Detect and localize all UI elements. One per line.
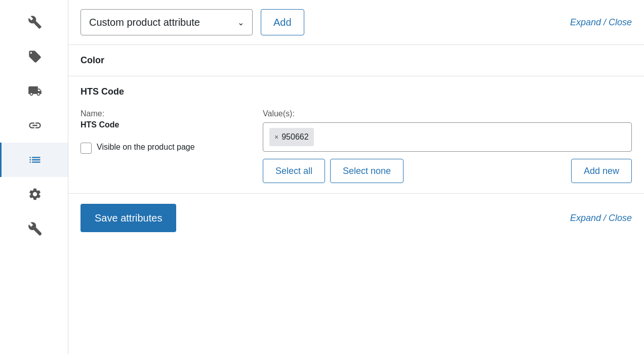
color-section: Color — [68, 45, 644, 76]
truck-icon — [28, 84, 42, 98]
values-label: Value(s): — [263, 109, 632, 118]
tools-icon — [28, 222, 42, 236]
sidebar-item-link[interactable] — [0, 108, 68, 143]
select-none-button[interactable]: Select none — [330, 159, 404, 183]
select-all-button[interactable]: Select all — [263, 159, 325, 183]
sidebar-item-wrench[interactable] — [0, 5, 68, 39]
sidebar-item-tags[interactable] — [0, 39, 68, 74]
hts-section-title: HTS Code — [80, 86, 632, 97]
visible-checkbox[interactable] — [80, 143, 92, 154]
tags-icon — [28, 50, 42, 64]
gear-icon — [28, 187, 42, 201]
add-button[interactable]: Add — [261, 9, 304, 35]
value-tag: × 950662 — [269, 128, 314, 146]
color-section-title: Color — [80, 55, 632, 66]
sidebar-item-list[interactable] — [0, 143, 68, 177]
hts-left: Name: HTS Code Visible on the product pa… — [80, 109, 243, 154]
link-icon — [28, 118, 42, 132]
sidebar-item-truck[interactable] — [0, 74, 68, 108]
sidebar-item-gear[interactable] — [0, 177, 68, 211]
sidebar-item-tools[interactable] — [0, 211, 68, 246]
chevron-down-icon: ⌄ — [237, 18, 244, 27]
add-new-button[interactable]: Add new — [571, 159, 632, 183]
hts-section: HTS Code Name: HTS Code Visible on the p… — [68, 76, 644, 194]
visible-label: Visible on the product page — [97, 142, 195, 153]
name-label: Name: — [80, 109, 243, 118]
footer-row: Save attributes Expand / Close — [68, 194, 644, 242]
main-content: Custom product attribute ⌄ Add Expand / … — [68, 0, 644, 354]
name-value: HTS Code — [80, 120, 243, 129]
tag-value: 950662 — [281, 132, 308, 142]
tag-remove-icon[interactable]: × — [274, 133, 278, 141]
checkbox-row: Visible on the product page — [80, 142, 243, 154]
save-attributes-button[interactable]: Save attributes — [80, 204, 176, 232]
values-actions: Select all Select none Add new — [263, 159, 632, 183]
expand-close-footer-link[interactable]: Expand / Close — [570, 213, 632, 224]
attribute-select[interactable]: Custom product attribute ⌄ — [80, 9, 253, 35]
values-input-area[interactable]: × 950662 — [263, 122, 632, 152]
header-row: Custom product attribute ⌄ Add Expand / … — [68, 0, 644, 45]
list-icon — [28, 153, 42, 167]
wrench-icon — [28, 15, 42, 29]
hts-content: Name: HTS Code Visible on the product pa… — [80, 109, 632, 183]
expand-close-link[interactable]: Expand / Close — [570, 17, 632, 28]
sidebar — [0, 0, 68, 354]
attribute-select-label: Custom product attribute — [89, 17, 231, 28]
hts-right: Value(s): × 950662 Select all Select non… — [263, 109, 632, 183]
